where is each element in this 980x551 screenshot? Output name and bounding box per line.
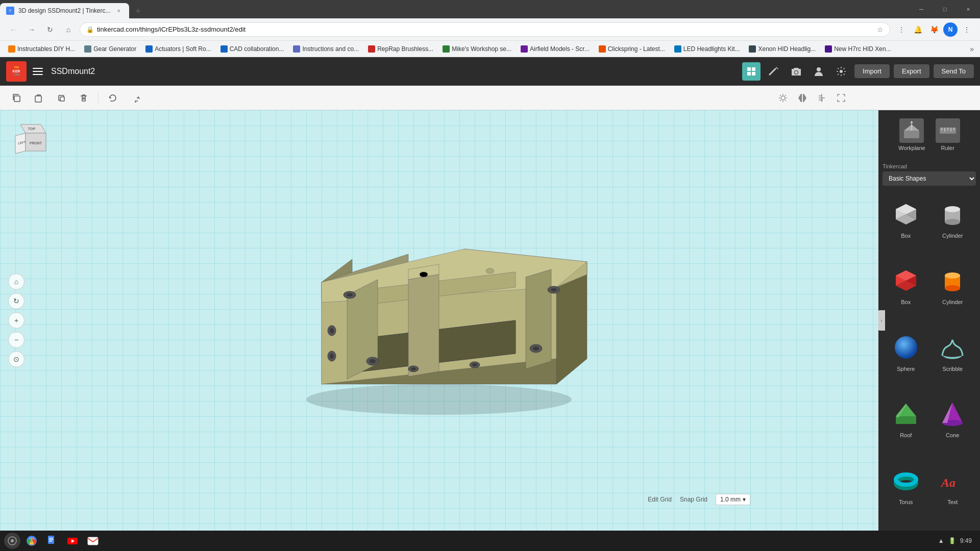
taskbar-start-button[interactable] (4, 533, 20, 549)
bookmark-item[interactable]: Instructions and co... (289, 43, 363, 55)
svg-point-71 (945, 285, 960, 291)
tab-close-button[interactable]: × (115, 7, 123, 15)
home-view-button[interactable]: ⌂ (8, 273, 24, 290)
hamburger-menu[interactable] (31, 64, 45, 79)
taskbar-gmail-app[interactable] (84, 532, 102, 550)
orbit-button[interactable]: ↻ (8, 293, 24, 309)
bookmark-item[interactable]: Mike's Workshop se... (438, 43, 516, 55)
project-name[interactable]: SSDmount2 (51, 67, 95, 76)
shape-torus-label: Torus (899, 499, 913, 505)
maximize-button[interactable]: □ (933, 0, 957, 18)
shape-cone-purple[interactable]: Cone (932, 395, 974, 458)
url-bar[interactable]: 🔒 tinkercad.com/things/iCrEPbs3L3z-ssdmo… (80, 22, 890, 37)
category-select[interactable]: Basic Shapes (883, 171, 976, 186)
copy-button[interactable] (8, 90, 24, 106)
hamburger-line (33, 74, 43, 75)
viewport[interactable]: TOP LEFT FRONT ⌂ ↻ + − ⊙ (0, 110, 878, 531)
bookmark-item[interactable]: LED Headlights Kit... (670, 43, 744, 55)
bookmark-item[interactable]: Gear Generator (80, 43, 140, 55)
taskbar-youtube-app[interactable] (63, 532, 82, 550)
ruler-tool[interactable]: Ruler (936, 118, 960, 151)
svg-point-40 (330, 328, 334, 333)
wifi-icon: ▲ (938, 537, 944, 544)
zoom-in-button[interactable]: + (8, 312, 24, 329)
mirror-button[interactable] (794, 90, 811, 106)
taskbar-chrome-app[interactable] (22, 532, 41, 550)
shape-roof-green[interactable]: Roof (885, 395, 927, 458)
profile-button[interactable]: N (943, 22, 958, 37)
export-button[interactable]: Export (894, 64, 929, 78)
bookmarks-more-button[interactable]: » (968, 43, 976, 55)
paste-button[interactable] (31, 90, 47, 106)
bookmark-item[interactable]: New H7rc HID Xen... (821, 43, 895, 55)
undo-button[interactable] (105, 90, 121, 106)
svg-rect-6 (14, 96, 20, 102)
svg-marker-28 (526, 269, 551, 369)
camera-icon-button[interactable] (787, 62, 805, 81)
notifications-icon[interactable]: 🔔 (911, 22, 925, 37)
import-button[interactable]: Import (854, 64, 890, 78)
cone-purple-icon (936, 397, 969, 430)
taskbar-docs-app[interactable] (43, 532, 61, 550)
roof-green-icon (890, 397, 922, 430)
svg-point-34 (551, 288, 557, 291)
duplicate-button[interactable] (53, 90, 69, 106)
active-tab[interactable]: T 3D design SSDmount2 | Tinkerc... × (0, 3, 129, 18)
bookmark-star-icon[interactable]: ☆ (877, 26, 884, 34)
svg-point-46 (411, 367, 416, 370)
home-button[interactable]: ⌂ (61, 22, 76, 37)
reload-button[interactable]: ↻ (43, 22, 57, 37)
panel-collapse-button[interactable]: › (878, 310, 885, 331)
settings-tinkercad-button[interactable] (832, 62, 850, 81)
taskbar: ▲ 🔋 9:49 (0, 531, 980, 551)
bookmark-item[interactable]: Xenon HID Headlig... (745, 43, 820, 55)
shape-text-red[interactable]: Aa Text (932, 462, 974, 524)
shape-box-red[interactable]: Box (885, 262, 927, 324)
firefox-icon[interactable]: 🦊 (927, 22, 941, 37)
grid-view-button[interactable] (742, 62, 761, 81)
shape-cylinder-orange[interactable]: Cylinder (932, 262, 974, 324)
bookmark-item[interactable]: RepRap Brushless... (364, 43, 437, 55)
send-to-button[interactable]: Send To (934, 64, 974, 78)
align-button[interactable] (814, 90, 830, 106)
new-tab-button[interactable]: + (131, 4, 145, 18)
shape-torus-teal[interactable]: Torus (885, 462, 927, 524)
workplane-tool[interactable]: Workplane (898, 118, 925, 151)
bookmark-item[interactable]: Instructables DIY H... (4, 43, 79, 55)
bookmark-label: CAD collaboration... (230, 45, 284, 53)
shape-scribble[interactable]: Scribble (932, 329, 974, 391)
redo-button[interactable] (127, 90, 143, 106)
extensions-button[interactable]: ⋮ (894, 22, 909, 37)
view-cube[interactable]: TOP LEFT FRONT (10, 120, 46, 156)
delete-button[interactable] (76, 90, 92, 106)
svg-point-4 (817, 67, 821, 71)
light-icon-button[interactable] (775, 90, 791, 106)
bookmark-item[interactable]: Clickspring - Latest... (595, 43, 669, 55)
bookmark-favicon (599, 45, 606, 53)
close-button[interactable]: × (957, 0, 980, 18)
tab-title: 3D design SSDmount2 | Tinkerc... (18, 7, 111, 14)
snap-grid-value[interactable]: 1.0 mm ▾ (716, 494, 750, 505)
shape-sphere-blue[interactable]: Sphere (885, 329, 927, 391)
forward-button[interactable]: → (24, 22, 39, 37)
back-button[interactable]: ← (6, 22, 20, 37)
group-button[interactable] (833, 90, 849, 106)
profile-tinkercad-button[interactable] (810, 62, 828, 81)
zoom-out-button[interactable]: − (8, 332, 24, 348)
tinkercad-logo[interactable]: TIN KER CAD (6, 61, 27, 82)
bottom-viewport-controls: Edit Grid Snap Grid 1.0 mm ▾ (648, 494, 750, 505)
minimize-button[interactable]: ─ (910, 0, 933, 18)
bookmark-item[interactable]: CAD collaboration... (216, 43, 288, 55)
shape-box-gray[interactable]: Box (885, 196, 927, 258)
zoom-fit-button[interactable]: ⊙ (8, 351, 24, 367)
svg-point-43 (420, 272, 428, 277)
bookmark-item[interactable]: Airfield Models - Scr... (517, 43, 594, 55)
edit-grid-button[interactable]: Edit Grid (648, 496, 672, 503)
svg-point-48 (472, 363, 477, 366)
menu-button[interactable]: ⋮ (960, 22, 974, 37)
svg-point-84 (11, 539, 14, 542)
shape-box-red-label: Box (901, 299, 911, 305)
shape-cylinder-gray[interactable]: Cylinder (932, 196, 974, 258)
hammer-icon-button[interactable] (765, 62, 783, 81)
bookmark-item[interactable]: Actuators | Soft Ro... (141, 43, 215, 55)
